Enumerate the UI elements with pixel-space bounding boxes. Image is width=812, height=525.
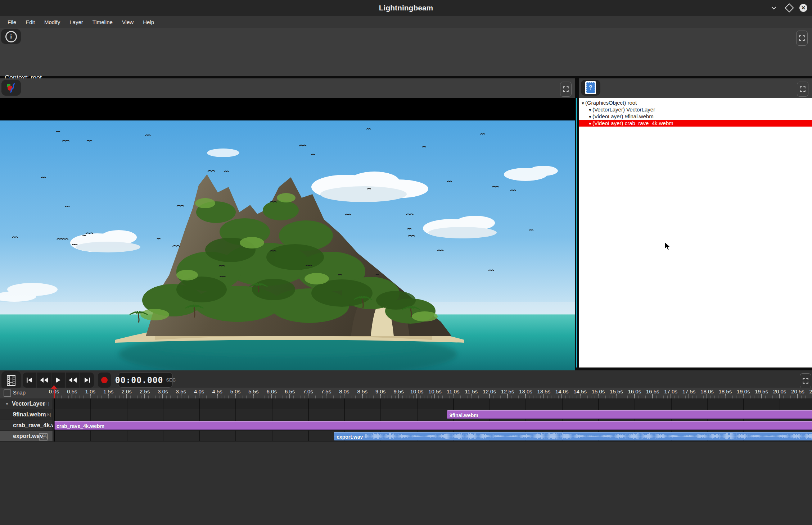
track-lane[interactable]: crab_rave_4k.webm [53, 420, 812, 431]
menu-item-view[interactable]: View [117, 16, 138, 28]
ruler-tick-label: 4.0s [194, 388, 204, 394]
timeline-mode-button[interactable] [1, 371, 21, 390]
ruler-tick-label: 21.0s [809, 388, 812, 394]
panel-splitter[interactable] [576, 98, 577, 368]
ruler-tick-label: 3.5s [176, 388, 186, 394]
tree-expander-icon[interactable]: ▼ [588, 115, 592, 119]
ruler-tick-label: 16.0s [628, 388, 641, 394]
menu-item-layer[interactable]: Layer [65, 16, 88, 28]
menu-item-help[interactable]: Help [138, 16, 159, 28]
ruler-tick-label: 12.5s [501, 388, 514, 394]
clip-label: 9final.webm [450, 412, 478, 418]
snap-label: Snap [13, 389, 26, 396]
timeline-panel: 00:00.000 SEC Snap 0.0s0.5s1.0s1.5s2.0s2… [0, 370, 812, 525]
tree-expander-icon[interactable]: ▼ [588, 108, 592, 112]
track-label-crab_rave_4k.webm[interactable]: crab_rave_4k.webm[S] [0, 420, 53, 431]
ruler-tick-label: 9.0s [375, 388, 385, 394]
video-frame-island [0, 120, 575, 375]
snap-checkbox[interactable] [4, 389, 11, 397]
stage-expand-button[interactable] [560, 82, 572, 97]
playhead-tail [54, 398, 55, 442]
expand-icon [802, 378, 809, 384]
clip-9final.webm[interactable]: 9final.webm [447, 410, 812, 419]
clip-crab_rave_4k.webm[interactable]: crab_rave_4k.webm [54, 421, 812, 430]
close-icon[interactable]: ✕ [798, 3, 808, 13]
object-tree: ▼(GraphicsObject) root▼(VectorLayer) Vec… [579, 98, 812, 368]
menu-item-edit[interactable]: Edit [21, 16, 40, 28]
placeholder-image-icon: ? [585, 81, 596, 94]
clip-export.wav[interactable]: export.wav [334, 432, 812, 440]
track-name: 9final.webm [13, 411, 46, 418]
ruler-tick-label: 15.5s [610, 388, 623, 394]
ruler-tick-label: 20.5s [791, 388, 804, 394]
playhead[interactable] [54, 388, 55, 398]
audio-waveform [334, 433, 812, 440]
tree-item[interactable]: ▼(VectorLayer) VectorLayer [579, 106, 812, 113]
maximize-icon[interactable] [784, 3, 794, 13]
track-lane[interactable]: 9final.webm [53, 409, 812, 420]
track-label-vectorlayer[interactable]: ▼VectorLayer[L] [0, 398, 53, 409]
transport-controls [23, 373, 94, 388]
current-time: 00:00.000 [115, 375, 163, 385]
ruler-tick-label: 0.5s [67, 388, 77, 394]
shapes-icon [6, 82, 17, 93]
tree-item[interactable]: ▼(VideoLayer) crab_rave_4k.webm [579, 120, 812, 127]
skip-to-end-button[interactable] [80, 373, 94, 388]
time-unit-label: SEC [166, 377, 176, 383]
playhead-arrow-icon[interactable] [51, 385, 57, 389]
ruler-tick-label: 16.5s [646, 388, 659, 394]
menu-item-timeline[interactable]: Timeline [88, 16, 117, 28]
track-lane[interactable] [53, 398, 812, 409]
ruler-tick-label: 19.0s [737, 388, 750, 394]
ruler-tick-label: 20.0s [773, 388, 786, 394]
ruler-tick-label: 6.0s [267, 388, 277, 394]
title-bar: Lightningbeam ✕ [0, 0, 812, 16]
tree-item[interactable]: ▼(GraphicsObject) root [579, 99, 812, 106]
track-lane[interactable]: export.wav [53, 431, 812, 442]
record-button[interactable] [98, 373, 111, 388]
ruler-tick-label: 5.5s [248, 388, 258, 394]
track-name: VectorLayer [12, 401, 45, 407]
track-label-export.wav[interactable]: export.wav[A]- [0, 431, 53, 442]
ruler-tick-label: 8.0s [339, 388, 349, 394]
track-row: ▼VectorLayer[L] [0, 398, 812, 409]
tree-panel-button[interactable]: ? [581, 80, 600, 96]
tree-expand-button[interactable] [797, 82, 808, 97]
stage-canvas[interactable] [0, 98, 575, 368]
tree-expander-icon[interactable]: ▼ [588, 122, 592, 126]
object-tree-panel: ? ▼(GraphicsObject) root▼(VectorLayer) V… [579, 78, 812, 368]
rewind-button[interactable] [37, 373, 51, 388]
tree-expander-icon[interactable]: ▼ [581, 101, 585, 105]
timeline-ruler[interactable]: Snap 0.0s0.5s1.0s1.5s2.0s2.5s3.0s3.5s4.0… [0, 388, 812, 398]
ruler-tick-label: 1.0s [85, 388, 95, 394]
expand-icon [799, 35, 805, 41]
ruler-tick-label: 9.5s [393, 388, 403, 394]
track-row: crab_rave_4k.webm[S]crab_rave_4k.webm [0, 420, 812, 431]
ruler-tick-label: 19.5s [755, 388, 768, 394]
track-label-9final.webm[interactable]: 9final.webm[S] [0, 409, 53, 420]
ruler-tick-label: 15.0s [592, 388, 605, 394]
ruler-tick-label: 2.0s [121, 388, 131, 394]
ruler-tick-label: 14.0s [555, 388, 569, 394]
skip-to-start-button[interactable] [23, 373, 37, 388]
tree-item[interactable]: ▼(VideoLayer) 9final.webm [579, 113, 812, 120]
track-mute-checkbox[interactable]: - [39, 433, 48, 440]
timeline-expand-button[interactable] [800, 373, 811, 388]
ruler-tick-label: 12.0s [483, 388, 496, 394]
ruler-tick-label: 13.5s [537, 388, 550, 394]
tree-item-label: (VectorLayer) VectorLayer [592, 106, 655, 113]
menu-item-modify[interactable]: Modify [40, 16, 65, 28]
record-icon [101, 377, 108, 383]
time-display: 00:00.000 SEC [118, 372, 173, 388]
menu-bar: FileEditModifyLayerTimelineViewHelp [0, 16, 812, 28]
fast-forward-button[interactable] [66, 373, 80, 388]
track-collapse-icon[interactable]: ▼ [5, 402, 9, 406]
info-panel-expand-button[interactable] [796, 31, 808, 46]
draw-tools-button[interactable] [1, 80, 21, 96]
ruler-tick-label: 13.0s [519, 388, 532, 394]
menu-item-file[interactable]: File [3, 16, 21, 28]
ruler-tick-label: 11.5s [465, 388, 478, 394]
info-button[interactable]: i [1, 29, 21, 44]
ruler-tick-label: 8.5s [357, 388, 367, 394]
minimize-icon[interactable] [769, 3, 779, 13]
